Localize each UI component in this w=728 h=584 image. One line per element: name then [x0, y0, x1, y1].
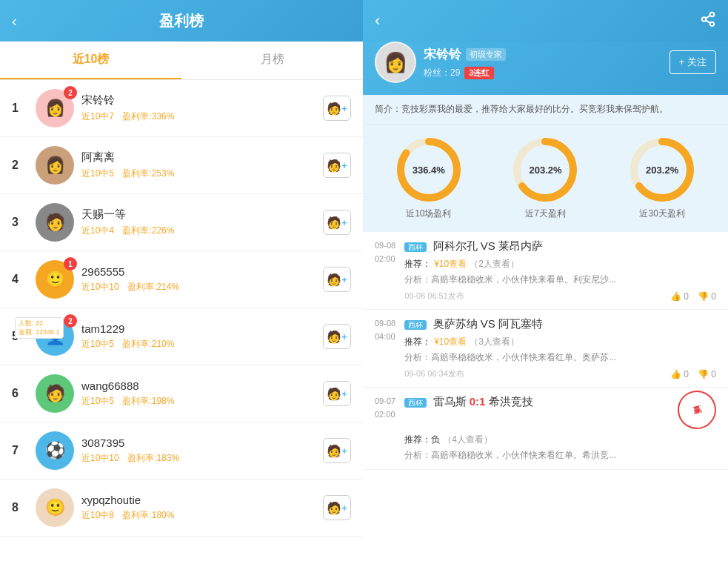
bio-section: 简介：竞技彩票我的最爱，推荐给大家最好的比分。买竞彩我来保驾护航。 — [363, 95, 728, 124]
rank-follow-button[interactable]: 🧑+ — [323, 495, 351, 520]
tab-recent10[interactable]: 近10榜 — [0, 42, 181, 79]
match-content: 西杯 奥萨苏纳 VS 阿瓦塞特 推荐： ¥10查看 （3人查看） 分析：高赔率稳… — [404, 317, 716, 379]
right-back-button[interactable]: ‹ — [375, 11, 380, 30]
avatar-wrap: ⚽ — [36, 431, 74, 470]
right-header: ‹ — [363, 0, 728, 42]
price-link[interactable]: ¥10查看 — [434, 258, 467, 271]
rank-sub: 近10中4 盈利率:226% — [81, 225, 323, 237]
rank-name: 阿离离 — [81, 150, 323, 165]
viewers: （4人查看） — [443, 434, 492, 446]
avatar: 🙂 — [36, 488, 74, 527]
match-footer: 09-06 06:34发布 👍 0 👎 0 — [404, 368, 716, 379]
user-profile: 👩 宋铃铃 初级专家 粉丝：29 3连红 + 关注 — [363, 42, 728, 95]
match-title: 阿科尔孔 VS 莱昂内萨 — [433, 239, 543, 252]
stat-item: 203.2% 近7天盈利 — [512, 136, 578, 220]
price-link[interactable]: ¥10查看 — [434, 336, 467, 348]
profit-rate: 盈利率:253% — [122, 168, 174, 179]
rank-item: 8 🙂 xypqzhoutie 近10中8 盈利率:180% 🧑+ — [0, 480, 363, 537]
rank-follow-button[interactable]: 🧑+ — [323, 267, 351, 292]
match-tag: 西杯 — [404, 398, 427, 408]
reactions: 👍 0 👎 0 — [670, 369, 716, 379]
rank-number: 8 — [12, 501, 28, 514]
viewers: （3人查看） — [470, 336, 519, 348]
tab-monthly[interactable]: 月榜 — [181, 42, 363, 79]
add-user-icon: 🧑 — [327, 159, 341, 173]
rank-info: 阿离离 近10中5 盈利率:253% — [81, 150, 323, 180]
rank-info: 2965555 近10中10 盈利率:214% — [81, 265, 323, 293]
match-body: 推荐： ¥10查看 （2人查看） — [404, 258, 716, 271]
dislike-count: 👎 0 — [698, 369, 716, 379]
rank-info: 宋铃铃 近10中7 盈利率:336% — [81, 93, 323, 123]
hit-count: 近10中5 — [81, 339, 114, 349]
match-top: 09-0702:00 西杯 雷乌斯 0:1 希洪竞技 赢 推荐：负 （4人查看）… — [375, 395, 716, 462]
match-time: 09-0802:00 — [375, 239, 395, 265]
recommend-label: 推荐：负 — [404, 434, 440, 446]
rank-info: xypqzhoutie 近10中8 盈利率:180% — [81, 494, 323, 522]
match-item: 09-0804:00 西杯 奥萨苏纳 VS 阿瓦塞特 推荐： ¥10查看 （3人… — [363, 310, 728, 388]
right-share-icon[interactable] — [700, 11, 716, 31]
rank-follow-button[interactable]: 🧑+ — [323, 381, 351, 406]
donut-chart: 203.2% — [512, 136, 578, 203]
profile-level: 初级专家 — [466, 48, 506, 61]
right-panel: ‹ 👩 宋铃铃 初级专家 粉丝：29 3连红 + 关注 简介：竞技彩票我的最爱，… — [363, 0, 728, 584]
match-top: 09-0804:00 西杯 奥萨苏纳 VS 阿瓦塞特 推荐： ¥10查看 （3人… — [375, 317, 716, 379]
rank-item: 5 人数: 22金额: 22346.1 👤 2 tam1229 近10中5 盈利… — [0, 308, 363, 365]
donut-value: 203.2% — [646, 165, 678, 176]
rank-sub: 近10中10 盈利率:214% — [81, 281, 323, 293]
rank-follow-button[interactable]: 🧑+ — [323, 438, 351, 463]
reactions: 👍 0 👎 0 — [670, 291, 716, 302]
match-tag: 西杯 — [404, 320, 427, 330]
add-user-icon: 🧑 — [327, 216, 341, 230]
rank-number: 4 — [12, 273, 28, 286]
stat-label: 近7天盈利 — [525, 208, 566, 220]
avatar-wrap: 🙂 1 — [36, 260, 74, 299]
add-user-icon: 🧑 — [327, 273, 341, 287]
add-user-icon: 🧑 — [327, 330, 341, 344]
rank-sub: 近10中8 盈利率:180% — [81, 509, 323, 522]
avatar-wrap: 🧑 — [36, 203, 74, 242]
match-body: 推荐： ¥10查看 （3人查看） — [404, 336, 716, 348]
hit-count: 近10中4 — [81, 225, 114, 236]
avatar: 🧑 — [36, 203, 74, 242]
rank-follow-button[interactable]: 🧑+ — [323, 153, 351, 178]
match-title: 雷乌斯 0:1 希洪竞技 — [433, 395, 533, 408]
rank-item: 2 👩 阿离离 近10中5 盈利率:253% 🧑+ — [0, 137, 363, 194]
match-analysis: 分析：高赔率稳稳收米，小伙伴快来看红单。希洪竞... — [404, 449, 716, 462]
left-back-button[interactable]: ‹ — [12, 13, 17, 30]
like-count: 👍 0 — [670, 369, 689, 379]
rank-item: 7 ⚽ 3087395 近10中10 盈利率:183% 🧑+ — [0, 422, 363, 480]
rank-name: 天赐一等 — [81, 208, 323, 222]
follow-button[interactable]: + 关注 — [669, 50, 716, 74]
avatar: 🧑 — [36, 374, 74, 413]
profit-rate: 盈利率:214% — [127, 282, 179, 292]
rank-name: wang66888 — [81, 379, 323, 392]
rank-follow-button[interactable]: 🧑+ — [323, 324, 351, 349]
rank-follow-button[interactable]: 🧑+ — [323, 210, 351, 235]
rank-sub: 近10中5 盈利率:210% — [81, 338, 323, 351]
viewers: （2人查看） — [470, 258, 519, 271]
profit-rate: 盈利率:226% — [122, 225, 174, 236]
match-item: 09-0702:00 西杯 雷乌斯 0:1 希洪竞技 赢 推荐：负 （4人查看）… — [363, 388, 728, 470]
profile-avatar: 👩 — [375, 42, 416, 83]
match-footer: 09-06 06:51发布 👍 0 👎 0 — [404, 291, 716, 302]
rank-item: 1 👩 2 宋铃铃 近10中7 盈利率:336% 🧑+ — [0, 80, 363, 137]
badge: 2 — [64, 314, 77, 328]
match-content: 西杯 阿科尔孔 VS 莱昂内萨 推荐： ¥10查看 （2人查看） 分析：高赔率稳… — [404, 239, 716, 302]
profile-name: 宋铃铃 — [424, 46, 461, 63]
hit-count: 近10中10 — [81, 282, 119, 292]
left-header: ‹ 盈利榜 — [0, 0, 363, 42]
rank-name: tam1229 — [81, 322, 323, 335]
match-title: 奥萨苏纳 VS 阿瓦塞特 — [433, 317, 543, 330]
recommend-label: 推荐： — [404, 258, 431, 271]
match-time: 09-0804:00 — [375, 317, 395, 343]
post-time: 09-06 06:34发布 — [404, 368, 464, 379]
match-tag: 西杯 — [404, 242, 427, 252]
rank-item: 3 🧑 天赐一等 近10中4 盈利率:226% 🧑+ — [0, 194, 363, 251]
avatar-wrap: 👩 — [36, 146, 74, 185]
hit-count: 近10中5 — [81, 396, 114, 406]
match-title-text: 奥萨苏纳 VS 阿瓦塞特 — [433, 317, 543, 330]
rank-number: 3 — [12, 216, 28, 229]
svg-line-3 — [706, 20, 710, 23]
rank-follow-button[interactable]: 🧑+ — [323, 96, 351, 121]
match-title-part2: 希洪竞技 — [485, 395, 532, 408]
